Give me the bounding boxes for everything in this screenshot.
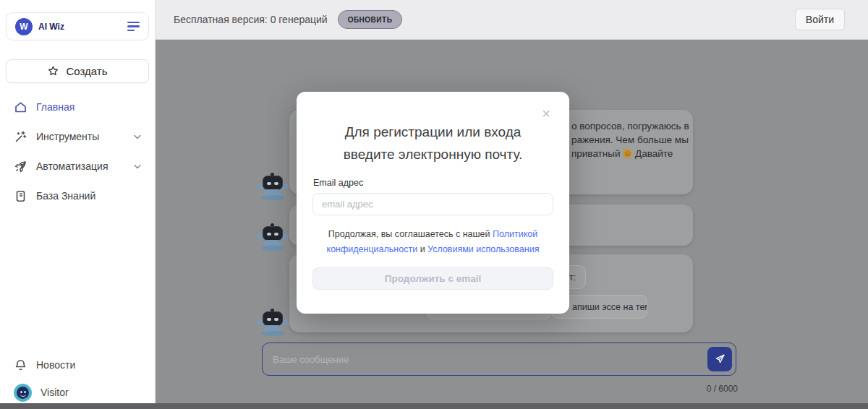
upgrade-button[interactable]: ОБНОВИТЬ xyxy=(338,10,403,29)
brand-logo-icon: W xyxy=(15,18,33,35)
sidebar-item-label: Главная xyxy=(36,101,75,113)
emoji-smiley: ☺ xyxy=(623,149,632,158)
brand-name: AI Wiz xyxy=(38,22,122,32)
email-field[interactable] xyxy=(312,193,553,215)
home-icon xyxy=(14,100,27,114)
star-icon xyxy=(47,65,59,77)
chevron-down-icon xyxy=(134,164,141,169)
consent-text: Продолжая, вы соглашаетесь с нашей Полит… xyxy=(314,227,553,257)
bell-icon xyxy=(14,358,27,372)
magic-wand-icon xyxy=(14,130,27,144)
message-input[interactable] xyxy=(273,343,692,375)
bot-avatar xyxy=(258,173,288,200)
paper-plane-icon xyxy=(714,353,726,365)
sidebar-item-automation[interactable]: Автоматизация xyxy=(0,156,156,176)
login-modal: × Для регистрации или входа введите элек… xyxy=(297,92,569,314)
app-window: W AI Wiz Создать Главная Инструменты Авт… xyxy=(0,0,868,409)
avatar xyxy=(14,384,32,402)
modal-title: Для регистрации или входа введите электр… xyxy=(321,121,545,165)
sidebar: W AI Wiz Создать Главная Инструменты Авт… xyxy=(0,0,156,409)
username: Visitor xyxy=(41,387,69,398)
logo-card[interactable]: W AI Wiz xyxy=(6,12,149,40)
sidebar-item-news[interactable]: Новости xyxy=(0,355,156,375)
book-icon xyxy=(14,189,27,203)
chevron-down-icon xyxy=(134,134,141,139)
sidebar-item-label: Инструменты xyxy=(36,131,99,142)
sidebar-item-tools[interactable]: Инструменты xyxy=(0,126,156,147)
continue-email-button[interactable]: Продолжить с email xyxy=(312,267,553,290)
terms-link[interactable]: Условиями использования xyxy=(427,244,539,254)
sidebar-item-home[interactable]: Главная xyxy=(0,97,156,117)
bot-avatar xyxy=(258,223,288,251)
message-input-container xyxy=(262,343,736,376)
plan-status-text: Бесплатная версия: 0 генераций xyxy=(174,14,328,25)
email-label: Email адрес xyxy=(313,178,569,188)
bot-avatar xyxy=(258,309,288,336)
send-button[interactable] xyxy=(707,347,732,371)
message-text: о вопросов, погружаюсь в ражения. Чем бо… xyxy=(571,119,689,160)
sidebar-item-knowledge-base[interactable]: База Знаний xyxy=(0,186,156,206)
sidebar-item-label: База Знаний xyxy=(36,190,95,202)
create-button-label: Создать xyxy=(66,65,107,77)
login-button[interactable]: Войти xyxy=(795,9,845,30)
rocket-icon xyxy=(14,160,27,173)
close-icon[interactable]: × xyxy=(542,106,550,121)
topbar: Бесплатная версия: 0 генераций ОБНОВИТЬ … xyxy=(156,0,868,40)
create-button[interactable]: Создать xyxy=(6,59,149,83)
sidebar-item-profile[interactable]: Visitor xyxy=(0,382,156,402)
char-counter: 0 / 6000 xyxy=(707,384,738,394)
bottom-edge-strip xyxy=(0,403,868,409)
news-label: Новости xyxy=(36,359,75,371)
sidebar-item-label: Автоматизация xyxy=(36,160,108,172)
hamburger-menu-icon[interactable] xyxy=(127,22,140,31)
